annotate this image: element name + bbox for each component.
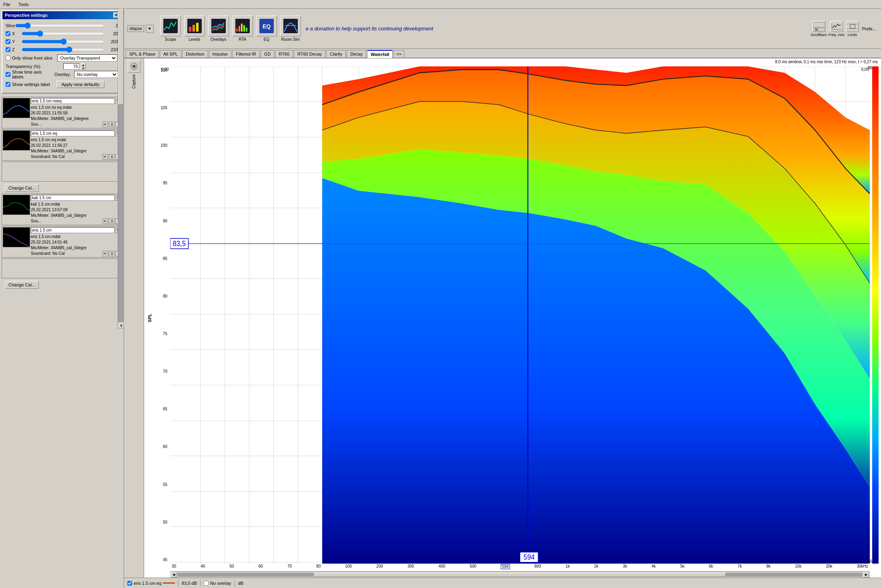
measurements-scrollbar[interactable]: ▲ ▼ <box>118 9 124 329</box>
x-tick-40: 40 <box>201 564 205 568</box>
tab-rt60-decay[interactable]: RT60 Decay <box>294 50 325 58</box>
change-cal-btn-1[interactable]: Change Cal... <box>5 184 39 192</box>
y-slider[interactable] <box>22 38 104 45</box>
meas-name-input-4[interactable] <box>31 227 114 233</box>
meas-info-btn-4[interactable]: ℹ <box>109 251 114 256</box>
scroll-right-btn[interactable]: ▶ <box>863 572 869 578</box>
meas-date-4: 25.02.2021 14:01:46 <box>31 240 121 245</box>
waterfall-chart-svg[interactable]: 594 83,5 <box>170 66 870 564</box>
meas-edit-btn-3[interactable]: ✏ <box>102 218 108 224</box>
y-tick-55: 55 <box>163 482 167 487</box>
tab-waterfall[interactable]: Waterfall <box>367 50 393 58</box>
meas-info-btn-1[interactable]: ℹ <box>109 122 114 127</box>
svg-rect-14 <box>243 25 245 32</box>
change-cal-btn-2[interactable]: Change Cal... <box>5 281 39 289</box>
y-checkbox[interactable] <box>6 39 10 44</box>
meas-filename-3: kali 1.5 cm.mdat <box>31 202 121 207</box>
svg-rect-1 <box>3 131 30 150</box>
scope-icon-btn[interactable] <box>160 16 181 36</box>
meas-soundcard-2: Soundcard: No Cal ✏ ℹ 📄 <box>31 154 121 160</box>
x-label: X <box>12 31 20 36</box>
tab-filtered-ir[interactable]: Filtered IR <box>232 50 260 58</box>
collapse-button[interactable]: ollapse <box>127 25 144 32</box>
meas-edit-btn-2[interactable]: ✏ <box>102 154 108 160</box>
rta-label: RTA <box>239 37 246 42</box>
time-axis-checkbox[interactable] <box>6 72 10 77</box>
scroll-track[interactable] <box>118 15 124 322</box>
y-axis-spl-label: SPL <box>147 314 152 322</box>
eq-icon-btn[interactable]: EQ <box>256 16 277 36</box>
meas-edit-btn-1[interactable]: ✏ <box>102 122 108 127</box>
content-area: Perspective settings ✕ Slice 2 X <box>0 9 881 588</box>
meas-thumb-1 <box>3 98 30 118</box>
meas-soundcard-3: Sou... ✏ ℹ 📄 <box>31 218 121 224</box>
transparency-input[interactable] <box>63 63 79 70</box>
meas-name-input-3[interactable] <box>31 195 114 201</box>
capture-icon-btn[interactable] <box>128 60 140 73</box>
status-overlay-checkbox[interactable] <box>204 581 209 586</box>
menu-tools[interactable]: Tools <box>17 2 30 7</box>
scrollbars-btn[interactable]: Scrollbars <box>811 21 827 37</box>
transparency-up-btn[interactable]: ▲ <box>81 63 86 66</box>
apply-defaults-button[interactable]: Apply view defaults <box>56 81 104 88</box>
meas-name-input-1[interactable] <box>31 98 114 104</box>
svg-text:EQ: EQ <box>263 23 271 30</box>
tab-all-spl[interactable]: All SPL <box>160 50 181 58</box>
y-value: 203 <box>106 39 118 44</box>
levels-icon-btn[interactable] <box>184 16 205 36</box>
overlays-icon-btn[interactable] <box>208 16 229 36</box>
tab-distortion[interactable]: Distortion <box>182 50 208 58</box>
collapse-arrow-btn[interactable]: ▼ <box>146 25 154 33</box>
scroll-thumb-h[interactable] <box>314 573 725 577</box>
freq-axis-btn[interactable]: Freq. Axis <box>829 21 845 37</box>
y-axis: 110 105 100 95 90 85 80 75 70 65 60 55 5… <box>152 66 169 564</box>
scrollbars-label: Scrollbars <box>811 33 827 37</box>
meas-edit-btn-4[interactable]: ✏ <box>102 251 108 256</box>
tab-clarity[interactable]: Clarity <box>326 50 346 58</box>
left-panel: Perspective settings ✕ Slice 2 X <box>0 9 124 588</box>
z-checkbox[interactable] <box>6 47 10 52</box>
slice-slider[interactable] <box>15 22 104 29</box>
x-checkbox[interactable] <box>6 31 10 36</box>
meas-date-1: 26.02.2021 11:55:58 <box>31 110 121 116</box>
tab-impulse[interactable]: Impulse <box>209 50 232 58</box>
chart-info-bar: 8,0 ms window, 0,1 ms rise time, 123 Hz … <box>774 59 880 64</box>
meas-info-btn-2[interactable]: ℹ <box>109 154 114 160</box>
only-front-checkbox[interactable] <box>6 56 10 60</box>
levels-label: Levels <box>189 37 200 42</box>
svg-rect-2 <box>3 195 30 215</box>
rta-icon-btn[interactable] <box>232 16 253 36</box>
limits-btn[interactable]: Limits <box>846 21 859 37</box>
tab-spl-phase[interactable]: SPL & Phase <box>126 50 159 58</box>
x-tick-3k: 3k <box>623 564 627 568</box>
overlay-dropdown[interactable]: Overlay Transparent No overlay Overlay O… <box>57 54 117 62</box>
scroll-left-btn[interactable]: ◀ <box>171 572 177 578</box>
x-value: 20 <box>106 31 118 36</box>
z-row: Z 233 <box>6 46 118 53</box>
x-slider[interactable] <box>22 30 104 37</box>
menu-file[interactable]: File <box>2 2 12 7</box>
x-tick-6k: 6k <box>709 564 713 568</box>
x-tick-100: 100 <box>345 564 352 568</box>
meas-filename-1: eris 1.5 cm no eq.mdat <box>31 105 121 110</box>
scroll-down-btn[interactable]: ▼ <box>118 323 124 328</box>
tab-more[interactable]: >> <box>393 50 404 58</box>
analysis-area: Capture 8,0 ms window, 0,1 ms rise time,… <box>124 58 881 578</box>
tab-rt60[interactable]: RT60 <box>275 50 293 58</box>
tab-gd[interactable]: GD <box>261 50 275 58</box>
status-divider-3 <box>235 580 235 586</box>
status-meas-checkbox[interactable] <box>127 581 132 586</box>
z-slider[interactable] <box>22 46 104 53</box>
x-tick-60: 60 <box>259 564 263 568</box>
tab-decay[interactable]: Decay <box>347 50 366 58</box>
scroll-track-h[interactable] <box>177 573 863 577</box>
chart-scrollbar[interactable]: ◀ ▶ <box>170 571 870 578</box>
measurement-item-4: ✕ eris 1.5 cm.mdat 25.02.2021 14:01:46 M… <box>2 226 122 258</box>
settings-label-checkbox[interactable] <box>6 82 10 87</box>
overlay-no-overlay-dropdown[interactable]: No overlay Overlay Transparent <box>74 71 118 78</box>
roomsim-icon-btn[interactable] <box>280 16 301 36</box>
meas-name-input-2[interactable] <box>31 130 114 136</box>
meas-info-btn-3[interactable]: ℹ <box>109 218 114 224</box>
preferences-label[interactable]: Prefe... <box>861 25 878 33</box>
transparency-down-btn[interactable]: ▼ <box>81 66 86 70</box>
